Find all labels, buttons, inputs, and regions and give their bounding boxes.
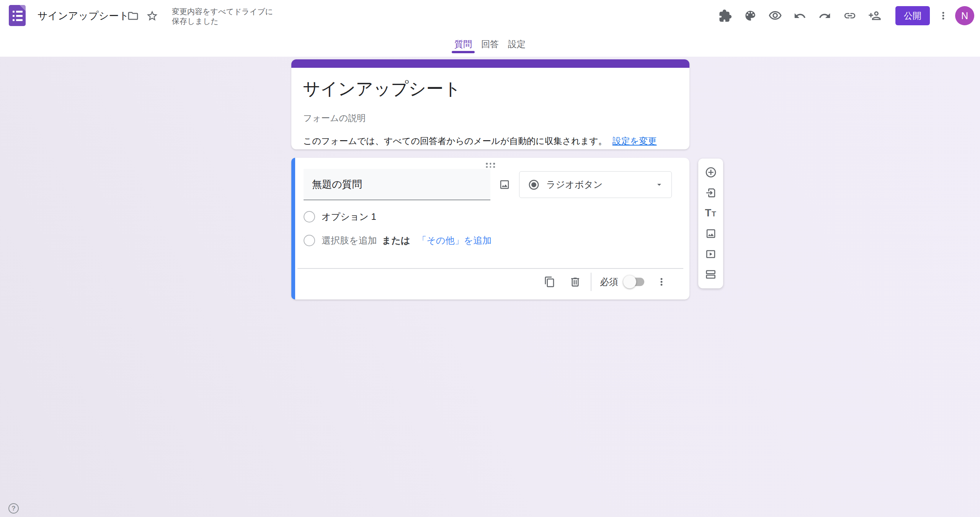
- question-title-input[interactable]: 無題の質問: [304, 169, 490, 200]
- add-video-button[interactable]: [704, 247, 717, 260]
- header-more-button[interactable]: [937, 9, 950, 23]
- caret-down-icon: [655, 180, 664, 189]
- header-actions: 公開 N: [718, 0, 974, 31]
- duplicate-button[interactable]: [543, 275, 556, 288]
- theme-icon: [744, 9, 757, 22]
- toggle-thumb: [623, 275, 636, 288]
- footer-divider: [297, 268, 683, 269]
- add-section-button[interactable]: [704, 268, 717, 281]
- more-vert-icon: [656, 276, 667, 288]
- logo-line: [13, 11, 23, 13]
- add-collaborator-icon: [868, 9, 881, 22]
- move-folder-icon: [127, 10, 139, 22]
- form-title-input[interactable]: サインアップシート: [303, 77, 676, 100]
- add-image-tool-button[interactable]: [704, 227, 717, 240]
- copy-link-icon: [843, 9, 856, 22]
- required-label: 必須: [600, 276, 618, 288]
- trash-icon: [569, 276, 581, 288]
- add-section-icon: [705, 268, 717, 280]
- avatar[interactable]: N: [955, 6, 974, 25]
- question-card: 無題の質問 ラジオボタン オプション 1 選択肢を追加 または 「その他」を追加…: [291, 158, 689, 299]
- add-question-button[interactable]: [704, 166, 717, 179]
- logo-line: [13, 15, 23, 17]
- question-footer: 必須: [291, 269, 689, 294]
- add-text-icon: TT: [705, 208, 716, 218]
- email-notice-text: このフォームでは、すべての回答者からのメールが自動的に収集されます。: [303, 136, 607, 146]
- preview-button[interactable]: [768, 9, 782, 23]
- save-status[interactable]: 変更内容をすべてドライブに 保存しました: [172, 7, 273, 26]
- footer-separator: [591, 273, 591, 291]
- undo-icon: [794, 10, 806, 22]
- question-more-button[interactable]: [655, 275, 668, 288]
- question-type-label: ラジオボタン: [546, 178, 655, 191]
- help-icon: ?: [11, 505, 15, 512]
- copy-link-button[interactable]: [843, 9, 857, 23]
- add-image-button[interactable]: [493, 173, 516, 196]
- side-toolbar: TT: [698, 159, 723, 288]
- form-description-input[interactable]: フォームの説明: [303, 112, 676, 124]
- forms-logo-icon[interactable]: [9, 5, 26, 26]
- preview-icon: [768, 9, 782, 23]
- import-questions-icon: [705, 187, 717, 199]
- redo-button[interactable]: [818, 9, 832, 23]
- or-text: または: [382, 234, 410, 247]
- delete-button[interactable]: [568, 275, 581, 288]
- image-icon: [499, 179, 510, 190]
- theme-button[interactable]: [743, 9, 757, 23]
- help-button[interactable]: ?: [8, 503, 19, 514]
- star-button[interactable]: [145, 9, 158, 22]
- tab-questions[interactable]: 質問: [450, 31, 477, 57]
- more-vert-icon: [938, 10, 949, 21]
- move-folder-button[interactable]: [126, 9, 139, 22]
- option-label[interactable]: オプション 1: [322, 211, 376, 223]
- tab-settings[interactable]: 設定: [503, 31, 530, 57]
- redo-icon: [818, 10, 831, 22]
- radio-checked-icon: [528, 179, 540, 191]
- radio-icon: [304, 235, 315, 246]
- duplicate-icon: [544, 276, 555, 288]
- drag-handle-icon[interactable]: [486, 163, 495, 168]
- import-questions-button[interactable]: [704, 187, 717, 200]
- logo-fold: [20, 5, 26, 11]
- option-row: オプション 1: [304, 211, 376, 223]
- app-header: サインアップシート 変更内容をすべてドライブに 保存しました 公開: [0, 0, 980, 31]
- radio-icon: [304, 211, 315, 223]
- tab-bar: 質問 回答 設定: [0, 31, 980, 57]
- required-toggle[interactable]: [624, 278, 644, 286]
- add-text-button[interactable]: TT: [704, 207, 717, 220]
- logo-line: [13, 19, 23, 21]
- add-option-label[interactable]: 選択肢を追加: [322, 234, 377, 247]
- addons-icon: [719, 10, 732, 22]
- question-main-row: 無題の質問 ラジオボタン: [304, 169, 678, 200]
- email-notice: このフォームでは、すべての回答者からのメールが自動的に収集されます。設定を変更: [303, 135, 676, 147]
- add-question-icon: [705, 166, 717, 178]
- add-collaborator-button[interactable]: [867, 9, 882, 23]
- add-option-row: 選択肢を追加 または 「その他」を追加: [304, 234, 492, 247]
- undo-button[interactable]: [793, 9, 807, 23]
- star-icon: [146, 10, 158, 22]
- document-title[interactable]: サインアップシート: [38, 0, 129, 31]
- add-video-icon: [705, 248, 717, 260]
- image-icon: [705, 228, 717, 239]
- publish-button[interactable]: 公開: [895, 6, 930, 25]
- form-title-card: サインアップシート フォームの説明 このフォームでは、すべての回答者からのメール…: [291, 59, 689, 149]
- email-settings-link[interactable]: 設定を変更: [612, 136, 657, 146]
- addons-button[interactable]: [718, 9, 732, 23]
- tab-responses[interactable]: 回答: [477, 31, 503, 57]
- question-type-dropdown[interactable]: ラジオボタン: [519, 171, 672, 198]
- form-card-accent-bar: [291, 59, 689, 68]
- add-other-link[interactable]: 「その他」を追加: [417, 234, 492, 247]
